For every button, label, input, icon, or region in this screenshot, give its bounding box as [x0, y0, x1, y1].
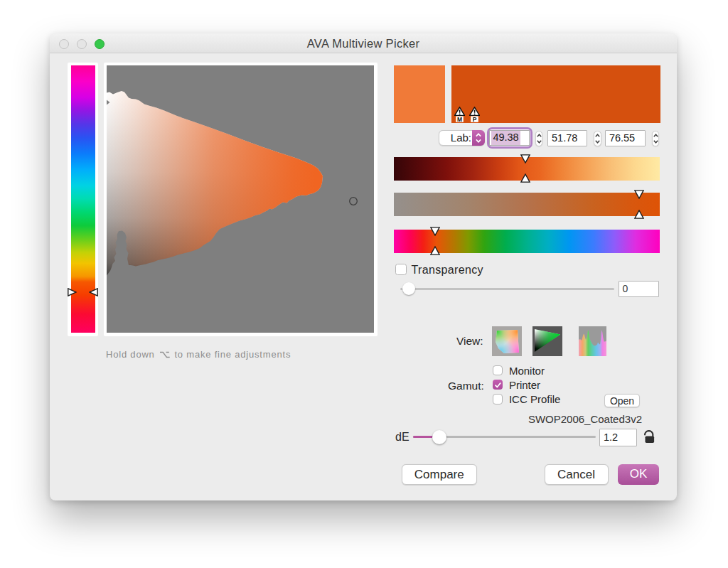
svg-text:P: P	[473, 115, 477, 122]
svg-text:M: M	[457, 115, 462, 122]
